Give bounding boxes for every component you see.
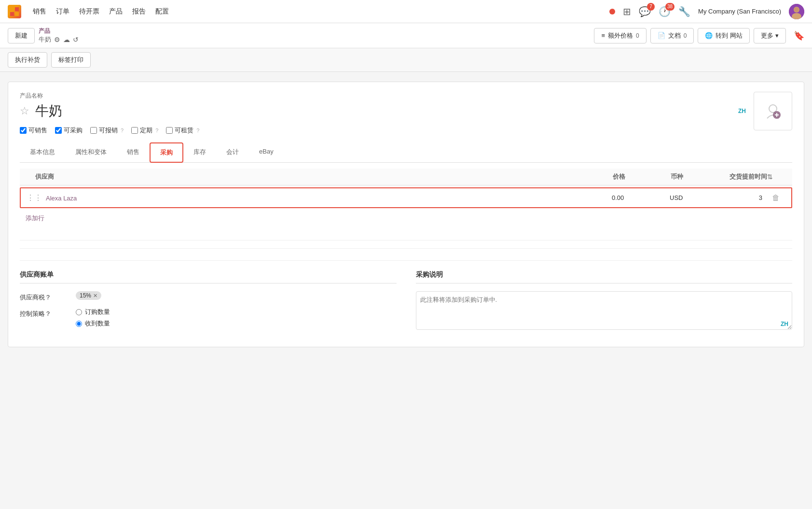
checkbox-expensable[interactable]: 可报销 ? [90,126,124,135]
undo-icon[interactable]: ↺ [73,36,79,43]
nav-orders[interactable]: 订单 [56,7,69,16]
product-form: 产品名称 ☆ 牛奶 ZH 可销售 可采购 [8,82,804,347]
document-label: 文档 [668,31,681,40]
tab-sales[interactable]: 销售 [117,142,150,163]
supplier-currency[interactable]: USD [670,194,708,201]
nav-reports[interactable]: 报告 [132,7,146,16]
drag-handle-icon[interactable]: ⋮⋮ [27,193,42,202]
chevron-down-icon: ▾ [775,32,779,39]
sort-icon[interactable]: ⇅ [767,173,773,181]
control-policy-value: 订购数量 收到数量 [76,308,397,328]
goto-website-button[interactable]: 🌐 转到 网站 [698,28,750,43]
tab-basic-info[interactable]: 基本信息 [20,142,65,163]
separator [20,240,792,240]
user-avatar[interactable] [789,4,804,19]
tab-ebay[interactable]: eBay [249,142,284,163]
goto-label: 转到 网站 [716,31,743,40]
more-button[interactable]: 更多 ▾ [754,28,786,43]
product-image[interactable] [754,92,792,130]
supplier-name-cell: Alexa Laza [46,194,612,202]
breadcrumb-top[interactable]: 产品 [39,27,79,35]
status-dot [609,9,615,14]
radio-received-qty[interactable]: 收到数量 [76,319,397,328]
action-buttons: ≡ 额外价格 0 📄 文档 0 🌐 转到 网站 更多 ▾ [594,28,786,43]
supplier-table-header: 供应商 价格 币种 交货提前时间 ⇅ [20,169,792,185]
control-policy-label-text: 控制策略？ [20,310,51,317]
supplier-price[interactable]: 0.00 [612,194,670,201]
checkbox-recurring[interactable]: 定期 ? [131,126,158,135]
checkbox-saleable-label: 可销售 [28,126,47,135]
checkbox-saleable-input[interactable] [20,127,27,134]
replenish-button[interactable]: 执行补货 [8,52,47,68]
tax-tag-remove[interactable]: ✕ [93,293,97,299]
help-rentable-icon: ? [196,127,199,133]
purchase-notes-title: 采购说明 [416,270,793,283]
checkbox-rentable-input[interactable] [166,127,173,134]
breadcrumb-bottom: 牛奶 ⚙ ☁ ↺ [39,35,79,44]
favorite-icon[interactable]: ☆ [20,105,29,117]
checkbox-recurring-input[interactable] [131,127,138,134]
bookmark-icon[interactable]: 🔖 [794,30,804,41]
nav-config[interactable]: 配置 [155,7,169,16]
tax-tag-value: 15% [80,292,91,299]
vendor-tax-row: 供应商税？ 15% ✕ [20,291,397,302]
app-logo[interactable] [8,5,21,18]
sub-toolbar: 新建 产品 牛奶 ⚙ ☁ ↺ ≡ 额外价格 0 📄 文档 0 🌐 转到 网站 更… [0,23,812,48]
more-label: 更多 [761,31,773,40]
settings-icon[interactable]: 🔧 [678,6,690,17]
separator2 [20,248,792,249]
product-name-row: ☆ 牛奶 ZH [20,102,746,120]
nav-sales[interactable]: 销售 [33,7,46,16]
tab-attributes[interactable]: 属性和变体 [65,142,117,163]
tabs: 基本信息 属性和变体 销售 采购 库存 会计 eBay [20,142,792,163]
list-icon: ≡ [601,32,605,39]
radio-order-qty-input[interactable] [76,309,82,315]
new-button[interactable]: 新建 [8,28,35,43]
globe-icon: 🌐 [705,32,713,39]
checkbox-purchasable-input[interactable] [55,127,62,134]
col-header-price: 价格 [613,172,671,181]
checkbox-purchasable[interactable]: 可采购 [55,126,83,135]
product-header: 产品名称 ☆ 牛奶 ZH 可销售 可采购 [20,92,792,142]
nav-products[interactable]: 产品 [109,7,123,16]
purchase-note-textarea[interactable] [416,291,793,330]
delete-row-icon[interactable]: 🗑 [772,194,780,202]
vendor-bill-section: 供应商账单 供应商税？ 15% ✕ 控制策略？ [20,270,397,337]
checkbox-expensable-input[interactable] [90,127,97,134]
nav-items: 销售 订单 待开票 产品 报告 配置 [33,7,169,16]
checkbox-rentable[interactable]: 可租赁 ? [166,126,199,135]
chat-icon[interactable]: 💬 7 [639,6,651,17]
note-lang-badge[interactable]: ZH [781,321,788,327]
supplier-row: ⋮⋮ Alexa Laza 0.00 USD 3 🗑 [20,187,792,208]
tab-inventory[interactable]: 库存 [183,142,216,163]
grid-icon[interactable]: ⊞ [623,6,631,17]
extra-price-count: 0 [636,32,639,39]
tab-purchase[interactable]: 采购 [150,142,183,163]
chat-badge: 7 [647,3,655,11]
breadcrumb: 产品 牛奶 ⚙ ☁ ↺ [39,27,79,44]
vendor-tax-label-text: 供应商税？ [20,294,51,301]
clock-icon[interactable]: 🕐 38 [659,6,671,17]
nav-invoices[interactable]: 待开票 [79,7,99,16]
radio-received-qty-input[interactable] [76,321,82,327]
supplier-name[interactable]: Alexa Laza [46,195,77,202]
product-header-left: 产品名称 ☆ 牛奶 ZH 可销售 可采购 [20,92,746,142]
lang-badge-zh[interactable]: ZH [738,108,746,114]
tab-accounting[interactable]: 会计 [216,142,249,163]
radio-received-qty-label: 收到数量 [85,319,110,328]
purchase-note-row: ZH [416,291,793,331]
extra-price-button[interactable]: ≡ 额外价格 0 [594,28,646,43]
col-header-actions: ⇅ [767,173,786,181]
cloud-icon[interactable]: ☁ [63,36,70,43]
radio-order-qty[interactable]: 订购数量 [76,308,397,316]
bottom-section: 供应商账单 供应商税？ 15% ✕ 控制策略？ [20,260,792,337]
document-count: 0 [684,32,687,39]
add-row-link[interactable]: 添加行 [26,214,44,223]
product-name[interactable]: 牛奶 [35,102,62,120]
document-button[interactable]: 📄 文档 0 [650,28,694,43]
svg-rect-2 [10,12,14,16]
print-label-button[interactable]: 标签打印 [51,52,91,68]
supplier-lead-time[interactable]: 3 [708,194,766,201]
checkbox-saleable[interactable]: 可销售 [20,126,47,135]
gear-icon[interactable]: ⚙ [54,36,60,43]
